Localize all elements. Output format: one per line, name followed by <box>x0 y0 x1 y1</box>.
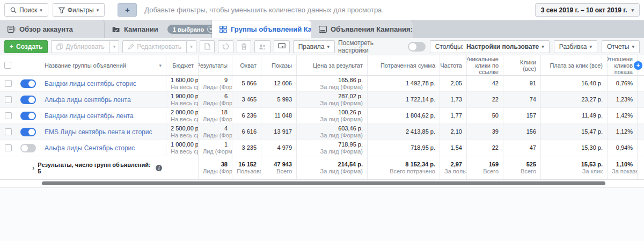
adset-name-link[interactable]: Альфа лиды Сентябрь сторис <box>45 144 162 152</box>
row-impressions-cell: 5 993 <box>261 92 297 107</box>
row-checkbox[interactable] <box>5 112 12 119</box>
selected-badge[interactable]: 1 выбрано × <box>167 25 217 34</box>
row-checkbox[interactable] <box>5 128 12 135</box>
row-add-column-cell <box>638 108 644 123</box>
row-budget-cell: 1 000,00 р.На весь ср... <box>166 140 199 156</box>
totals-budget <box>166 156 199 179</box>
edit-caret-button[interactable]: ▾ <box>187 40 196 53</box>
delete-icon-button[interactable] <box>237 40 251 53</box>
edit-button[interactable]: Редактировать <box>122 40 187 53</box>
chevron-right-icon[interactable]: › <box>32 164 34 172</box>
tab-label: Объявления Кампания: 1 <box>331 25 419 33</box>
adset-name-link[interactable]: Альфа лиды сентябрь лента <box>45 96 162 104</box>
duplicate-caret-button[interactable]: ▾ <box>110 40 120 53</box>
breakdown-button[interactable]: Разбивка ▾ <box>554 40 597 53</box>
column-header-reach[interactable]: Охват <box>232 55 261 75</box>
reports-button[interactable]: Отчеты ▾ <box>602 40 640 53</box>
chevron-down-icon: ▾ <box>97 8 99 13</box>
column-header-unique-link-clicks[interactable]: Уникальные клики по ссылке <box>467 55 503 75</box>
tab-account-overview[interactable]: Обзор аккаунта <box>0 20 105 38</box>
toggle-knob <box>21 145 28 151</box>
search-label: Поиск <box>19 6 37 14</box>
row-cpc-all-cell: 15,47 р. <box>541 124 608 140</box>
tab-ads[interactable]: Объявления Кампания: 1 <box>311 20 413 38</box>
columns-button[interactable]: Столбцы: Настройки пользовате ▾ <box>430 40 550 53</box>
funnel-icon <box>58 7 65 13</box>
tab-ad-sets[interactable]: Группы объявлений Камп... <box>212 20 311 38</box>
search-button[interactable]: Поиск ▾ <box>4 3 48 17</box>
filters-label: Фильтры <box>68 6 94 14</box>
column-header-cost-per-result[interactable]: Цена за результат <box>297 55 368 75</box>
note-icon-button[interactable] <box>200 40 215 53</box>
row-toggle[interactable] <box>20 112 36 120</box>
preview-icon-button[interactable] <box>274 40 290 53</box>
history-icon-button[interactable] <box>218 40 233 53</box>
column-header-clicks-all[interactable]: Клики (все) <box>503 55 541 75</box>
duplicate-button[interactable]: Дублировать <box>51 40 109 53</box>
view-settings-label: Посмотреть настройки <box>338 39 404 54</box>
chevron-down-icon: ▾ <box>113 44 116 49</box>
adset-name-link[interactable]: Банджи лиды сентябрь сторис <box>45 80 162 87</box>
column-header-budget[interactable]: Бюджет <box>166 55 199 75</box>
row-cost-per-result-cell: 100,26 р.За лид (Форма) <box>297 108 368 123</box>
column-header-cpc-all[interactable]: Плата за клик (все) <box>541 55 608 75</box>
filters-button[interactable]: Фильтры ▾ <box>53 3 105 17</box>
row-toggle[interactable] <box>20 144 36 152</box>
header-checkbox-cell <box>0 55 16 75</box>
row-unique-link-clicks-cell: 39 <box>467 124 503 140</box>
column-header-ctr[interactable]: Отношени кликов показа <box>608 55 638 75</box>
duplicate-label: Дублировать <box>65 43 104 50</box>
tab-campaigns[interactable]: Кампании 1 выбрано × <box>105 20 212 38</box>
row-checkbox[interactable] <box>5 96 12 103</box>
row-cpc-all-cell: 23,27 р. <box>541 92 608 107</box>
adset-name-link[interactable]: Банджи лиды сентябрь лента <box>45 112 162 120</box>
date-range-button[interactable]: 3 сен 2019 г. – 10 окт 2019 г. ▾ <box>535 3 640 17</box>
totals-results: 38Лиды (Форма) <box>199 156 232 179</box>
breakdown-label: Разбивка <box>559 43 587 50</box>
row-ctr-cell: 1,42% <box>608 108 638 123</box>
select-all-checkbox[interactable] <box>4 62 11 69</box>
column-header-impressions[interactable]: Показы <box>261 55 297 75</box>
row-unique-link-clicks-cell: 42 <box>467 76 503 91</box>
horizontal-scrollbar-thumb[interactable] <box>42 181 605 185</box>
row-frequency-cell: 1,77 <box>440 108 467 123</box>
chevron-down-icon: ▾ <box>40 8 42 13</box>
row-cpc-all-cell: 16,40 р. <box>541 76 608 91</box>
create-button[interactable]: + Создать <box>4 40 48 53</box>
ab-test-icon-button[interactable] <box>254 40 270 53</box>
adset-name-link[interactable]: EMS Лиды сентябрь лента и сторис <box>45 128 162 136</box>
sort-caret-icon[interactable]: ▾ <box>159 63 162 68</box>
row-checkbox[interactable] <box>5 80 12 87</box>
row-toggle-cell <box>16 92 40 107</box>
chevron-down-icon: ▾ <box>632 44 634 49</box>
column-header-name[interactable]: Название группы объявлений ▾ <box>40 55 166 75</box>
row-toggle[interactable] <box>20 96 36 104</box>
table-row[interactable]: Банджи лиды сентябрь сторис 1 600,00 р.Н… <box>0 76 644 92</box>
table-row[interactable]: Банджи лиды сентябрь лента 2 000,00 р.На… <box>0 108 644 124</box>
row-toggle[interactable] <box>20 79 36 88</box>
history-icon <box>222 43 229 50</box>
rules-button[interactable]: Правила ▾ <box>293 40 335 53</box>
info-icon[interactable]: i <box>156 165 162 171</box>
row-checkbox[interactable] <box>5 144 12 151</box>
table-row[interactable]: EMS Лиды сентябрь лента и сторис 2 500,0… <box>0 124 644 140</box>
column-header-amount-spent[interactable]: Потраченная сумма <box>368 55 440 75</box>
ads-manager-app: Поиск ▾ Фильтры ▾ + Добавьте фильтры, чт… <box>0 0 644 241</box>
row-results-cell: 9Лиды (Фор... <box>199 76 232 91</box>
row-clicks-all-cell: 74 <box>503 92 541 107</box>
ads-icon <box>319 26 327 33</box>
column-header-results[interactable]: Результаты <box>199 55 232 75</box>
add-filter-button[interactable]: + <box>118 3 137 17</box>
tab-strip-filler <box>413 20 644 38</box>
row-ctr-cell: 1,12% <box>608 124 638 140</box>
totals-impressions: 47 943Всего <box>261 156 297 179</box>
view-settings-toggle[interactable] <box>408 42 426 52</box>
table-row[interactable]: Альфа лиды Сентябрь сторис 1 000,00 р.На… <box>0 140 644 156</box>
column-header-frequency[interactable]: Частота <box>440 55 467 75</box>
add-column-icon[interactable]: + <box>634 61 642 70</box>
row-impressions-cell: 4 979 <box>261 140 297 156</box>
row-results-cell: 6Лиды (Фор... <box>199 92 232 107</box>
row-toggle[interactable] <box>20 128 36 136</box>
filter-input-placeholder[interactable]: Добавьте фильтры, чтобы уменьшить количе… <box>144 6 535 14</box>
table-row[interactable]: Альфа лиды сентябрь лента 1 900,00 р.На … <box>0 92 644 108</box>
